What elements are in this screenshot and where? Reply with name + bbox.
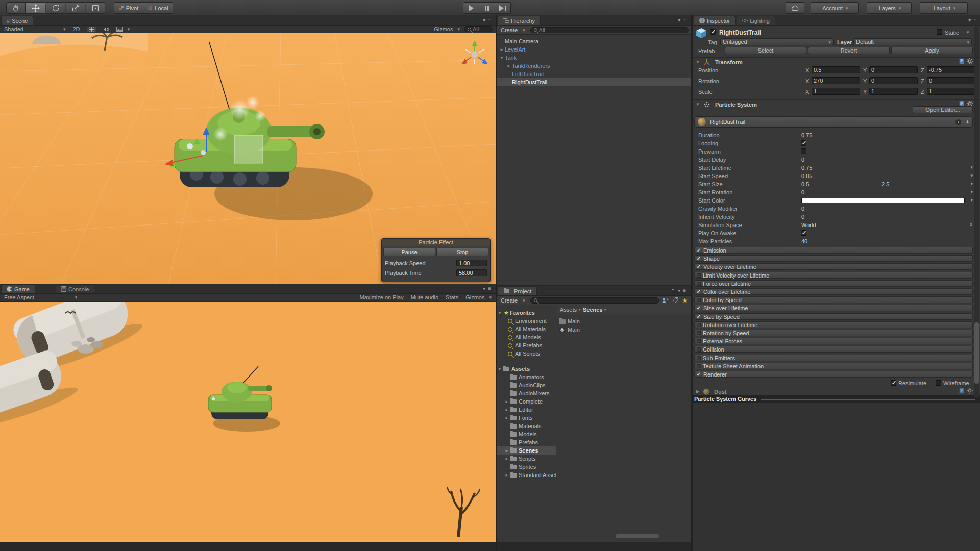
module-checkbox[interactable]: [697, 364, 701, 368]
scene-lighting-toggle[interactable]: [87, 27, 96, 32]
inherit-velocity-value[interactable]: 0: [801, 214, 804, 220]
breadcrumb-scenes[interactable]: Scenes: [583, 307, 603, 313]
curves-pane-header[interactable]: Particle System Curves: [693, 395, 980, 403]
folder-scenes[interactable]: ►Scenes: [497, 446, 556, 455]
chevron-down-icon[interactable]: ▾: [970, 197, 973, 203]
scale-tool-button[interactable]: [66, 2, 85, 14]
module-checkbox[interactable]: [697, 323, 701, 327]
foldout-arrow[interactable]: ►: [506, 64, 512, 68]
position-y-field[interactable]: 0: [869, 66, 918, 73]
inspector-scrollbar[interactable]: [974, 27, 979, 398]
tab-scene[interactable]: # Scene: [1, 16, 33, 25]
cloud-button[interactable]: [786, 2, 804, 14]
favorite-all-scripts[interactable]: All Scripts: [497, 349, 556, 358]
gravity-modifier-value[interactable]: 0: [801, 206, 804, 212]
module-rotation-over-lifetime[interactable]: Rotation over Lifetime: [694, 321, 973, 328]
scale-z-field[interactable]: 1: [927, 88, 975, 95]
start-size-value[interactable]: 0.5: [801, 181, 809, 187]
tab-hierarchy[interactable]: Hierarchy: [498, 16, 541, 25]
project-panel-menu-icon[interactable]: ▾ ≡: [678, 288, 687, 293]
chevron-down-icon[interactable]: ▾: [970, 165, 973, 170]
rotation-z-field[interactable]: 0: [927, 77, 975, 84]
hierarchy-item-tank[interactable]: ▼Tank: [497, 54, 691, 62]
start-lifetime-value[interactable]: 0.75: [801, 165, 812, 171]
module-rotation-by-speed[interactable]: Rotation by Speed: [694, 330, 973, 336]
module-checkbox[interactable]: [697, 339, 701, 343]
scene-panel-menu-icon[interactable]: ▾ ≡: [483, 17, 492, 23]
maximize-on-play-toggle[interactable]: Maximize on Play: [359, 294, 403, 300]
foldout-arrow[interactable]: ▼: [499, 56, 505, 60]
scene-search-input[interactable]: All: [464, 26, 493, 32]
project-create-button[interactable]: Create ▾: [499, 297, 527, 304]
foldout-arrow[interactable]: ▼: [497, 311, 503, 315]
layer-dropdown[interactable]: Default▾: [853, 38, 972, 45]
play-button[interactable]: [463, 2, 479, 14]
chevron-down-icon[interactable]: ▾: [970, 189, 973, 194]
start-rotation-value[interactable]: 0: [801, 189, 804, 195]
favorites-root[interactable]: ▼ ★ Favorites: [497, 309, 556, 317]
rect-tool-button[interactable]: [86, 2, 105, 14]
module-checkbox[interactable]: [697, 282, 701, 286]
pivot-toggle-button[interactable]: Pivot: [114, 2, 143, 14]
foldout-arrow[interactable]: ►: [504, 416, 510, 420]
foldout-arrow[interactable]: ▼: [695, 102, 701, 107]
game-panel-menu-icon[interactable]: ▾ ≡: [483, 286, 492, 291]
scene-viewport[interactable]: Particle Effect Pause Stop Playback Spee…: [0, 33, 496, 284]
module-checkmark-icon[interactable]: ✓: [696, 371, 701, 377]
module-checkmark-icon[interactable]: ✓: [696, 247, 701, 253]
toggle-2d[interactable]: 2D: [72, 26, 80, 32]
aspect-dropdown[interactable]: Free Aspect: [4, 294, 34, 300]
panel-divider[interactable]: [496, 15, 497, 551]
scale-y-field[interactable]: 1: [869, 88, 918, 95]
layers-dropdown[interactable]: Layers ▾: [867, 2, 912, 14]
chevron-down-icon[interactable]: ▾: [970, 173, 973, 178]
mute-audio-toggle[interactable]: Mute audio: [411, 294, 438, 300]
module-emission[interactable]: ✓Emission: [694, 247, 973, 254]
help-book-icon[interactable]: [959, 388, 964, 394]
foldout-arrow[interactable]: ▼: [695, 60, 701, 64]
module-color-over-lifetime[interactable]: ✓Color over Lifetime: [694, 288, 973, 295]
favorite-all-materials[interactable]: All Materials: [497, 325, 556, 333]
module-limit-velocity-over-lifetime[interactable]: Limit Velocity over Lifetime: [694, 272, 973, 279]
module-checkbox[interactable]: [697, 347, 701, 352]
folder-animators[interactable]: Animators: [497, 373, 556, 381]
inspector-panel-menu-icon[interactable]: ▾ ≡: [968, 17, 977, 23]
project-file-main[interactable]: Main: [559, 325, 691, 334]
tab-console[interactable]: Console: [56, 284, 94, 293]
static-dropdown-icon[interactable]: ▾: [967, 30, 969, 35]
module-force-over-lifetime[interactable]: Force over Lifetime: [694, 280, 973, 287]
scale-x-field[interactable]: 1: [812, 88, 860, 95]
foldout-arrow[interactable]: ▶: [695, 389, 701, 394]
module-sub-emitters[interactable]: Sub Emitters: [694, 355, 973, 361]
foldout-arrow[interactable]: ►: [504, 448, 510, 453]
hierarchy-item-leftdusttrail[interactable]: LeftDustTrail: [497, 70, 691, 78]
gear-icon[interactable]: [967, 388, 973, 394]
folder-standard-assets[interactable]: ►Standard Assets: [497, 471, 556, 479]
start-delay-value[interactable]: 0: [801, 157, 804, 163]
panel-divider[interactable]: [0, 284, 496, 284]
module-checkmark-icon[interactable]: ✓: [696, 264, 701, 269]
folder-fonts[interactable]: ►Fonts: [497, 414, 556, 422]
game-viewport[interactable]: [0, 302, 496, 542]
chevron-down-icon[interactable]: ▾: [970, 181, 973, 186]
module-size-over-lifetime[interactable]: ✓Size over Lifetime: [694, 305, 973, 311]
project-search-input[interactable]: [530, 297, 659, 304]
foldout-arrow[interactable]: ►: [504, 399, 510, 404]
stats-toggle[interactable]: Stats: [446, 294, 458, 300]
folder-audioclips[interactable]: AudioClips: [497, 381, 556, 389]
add-emitter-icon[interactable]: +: [966, 119, 969, 125]
hierarchy-item-tankrenderers[interactable]: ►TankRenderers: [497, 62, 691, 70]
prewarm-checkbox[interactable]: [801, 148, 806, 154]
simulation-space-dropdown[interactable]: World: [801, 222, 816, 228]
transform-header[interactable]: ▼ Transform: [693, 57, 980, 66]
revert-prefab-button[interactable]: Revert: [808, 47, 890, 54]
start-size-value-2[interactable]: 2.5: [881, 181, 889, 187]
rotation-x-field[interactable]: 270: [812, 77, 860, 84]
tab-project[interactable]: Project: [498, 286, 537, 295]
folder-audiomixers[interactable]: AudioMixers: [497, 389, 556, 397]
favorite-environment[interactable]: Environment: [497, 317, 556, 325]
rotation-y-field[interactable]: 0: [869, 77, 918, 84]
game-gizmos-dropdown[interactable]: Gizmos ▾: [465, 294, 492, 300]
step-button[interactable]: [495, 2, 511, 14]
move-tool-button[interactable]: [26, 2, 45, 14]
